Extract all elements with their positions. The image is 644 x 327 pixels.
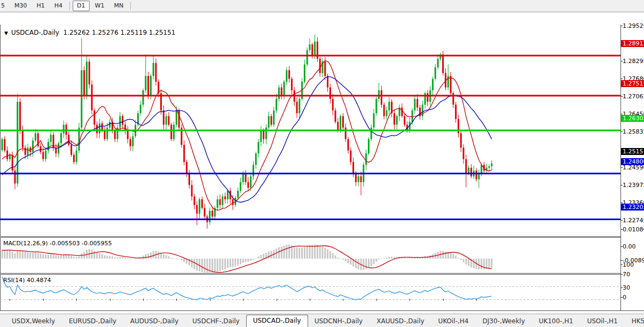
price-level-badge: 1.23203	[621, 204, 644, 211]
price-axis-tick-label: 1.28295	[623, 58, 644, 65]
pane-splitter[interactable]	[0, 273, 644, 275]
trading-platform-window: 5M30H1H4D1W1MN ▼USDCAD-,Daily 1.25262 1.…	[0, 0, 644, 327]
symbol-tab-usoil[interactable]: USOil-,H1	[580, 316, 624, 327]
symbol-tab-eurusd[interactable]: EURUSD-,Daily	[62, 316, 123, 327]
date-tick-mark	[343, 299, 343, 301]
date-tick-mark	[176, 299, 177, 301]
symbol-tab-ukoil[interactable]: UKOil-,H4	[432, 316, 475, 327]
date-tick-mark	[376, 299, 377, 301]
symbol-tab-usdx[interactable]: USDX,Weekly	[5, 316, 61, 327]
symbol-tab-usdchf[interactable]: USDCHF-,Daily	[186, 316, 246, 327]
date-tick-mark	[110, 299, 111, 301]
rsi-axis-tick-label: 0	[623, 294, 644, 301]
symbol-tab-usdcad[interactable]: USDCAD-,Daily	[246, 315, 308, 327]
price-axis-tick-label: 1.25835	[623, 128, 644, 135]
timeframe-button-5[interactable]: 5	[0, 1, 9, 11]
timeframe-button-m30[interactable]: M30	[10, 1, 32, 11]
date-tick-mark	[277, 299, 277, 301]
price-axis-tick-label: 1.29525	[623, 22, 644, 29]
chart-title-symbol: USDCAD-,Daily	[11, 29, 59, 36]
candlesticks	[2, 35, 493, 229]
chart-marker-icon: ▼	[4, 30, 8, 36]
timeframe-button-mn[interactable]: MN	[109, 1, 128, 11]
toolbar-separator	[130, 2, 131, 10]
date-tick-mark	[43, 299, 44, 301]
date-tick-mark	[310, 299, 310, 301]
timeframe-button-h4[interactable]: H4	[50, 1, 67, 11]
date-tick-mark	[243, 299, 244, 301]
timeframe-button-w1[interactable]: W1	[91, 1, 109, 11]
price-level-badge: 1.28912	[621, 40, 644, 47]
date-tick-mark	[410, 299, 410, 301]
time-axis-line	[0, 310, 644, 311]
chart-window: ▼USDCAD-,Daily 1.25262 1.25276 1.25119 1…	[0, 12, 644, 314]
chart-title-ohlc: 1.25262 1.25276 1.25119 1.25151	[64, 29, 176, 36]
date-tick-mark	[476, 299, 477, 301]
date-tick-mark	[143, 299, 144, 301]
timeframe-button-d1[interactable]: D1	[73, 1, 89, 11]
timeframe-toolbar: 5M30H1H4D1W1MN	[0, 0, 644, 12]
symbol-tab-hk50[interactable]: HK50-,H1	[625, 316, 644, 327]
symbol-tab-xauusd[interactable]: XAUUSD-,Daily	[370, 316, 430, 327]
symbol-tab-bar: USDX,WeeklyEURUSD-,DailyAUDUSD-,DailyUSD…	[0, 314, 644, 327]
symbol-tab-uk100[interactable]: UK100-,H1	[532, 316, 579, 327]
macd-histogram	[2, 244, 493, 272]
rsi-axis-tick-label: 30	[623, 284, 644, 291]
date-tick-mark	[443, 299, 444, 301]
price-level-badge: 1.27515	[621, 80, 644, 87]
macd-axis-tick-label: 0.010869	[623, 226, 644, 233]
price-level-badge: 1.26303	[621, 115, 644, 122]
rsi-line	[2, 277, 492, 300]
price-axis-tick-label: 1.23975	[623, 182, 644, 189]
price-level-badge: 1.25151	[621, 148, 644, 155]
pane-splitter[interactable]	[0, 236, 644, 238]
ma-fast-line	[2, 61, 492, 210]
date-tick-mark	[210, 299, 210, 301]
symbol-tab-usdcnh[interactable]: USDCNH-,Daily	[308, 316, 370, 327]
chart-title: ▼USDCAD-,Daily 1.25262 1.25276 1.25119 1…	[4, 29, 175, 36]
macd-signal-line	[2, 246, 492, 272]
rsi-axis-tick-label: 100	[623, 261, 644, 268]
symbol-tab-dj30[interactable]: DJ30-,Weekly	[476, 316, 532, 327]
date-tick-mark	[76, 299, 77, 301]
rsi-axis-tick-label: 70	[623, 271, 644, 278]
rsi-indicator-label: RSI(14) 40.4874	[3, 277, 51, 284]
date-tick-mark	[10, 299, 10, 301]
price-axis-tick-label: 1.27065	[623, 93, 644, 100]
price-level-badge: 1.24800	[621, 158, 644, 165]
rsi-pane-canvas[interactable]	[0, 275, 621, 310]
symbol-tab-audusd[interactable]: AUDUSD-,Daily	[124, 316, 185, 327]
macd-axis-tick-label: 0.00	[623, 243, 644, 250]
toolbar-separator	[69, 2, 70, 10]
price-chart-canvas[interactable]	[0, 25, 621, 236]
price-axis-tick-label: 1.22745	[623, 217, 644, 224]
macd-indicator-label: MACD(12,26,9) -0.005503 -0.005955	[3, 240, 112, 247]
timeframe-button-h1[interactable]: H1	[33, 1, 49, 11]
